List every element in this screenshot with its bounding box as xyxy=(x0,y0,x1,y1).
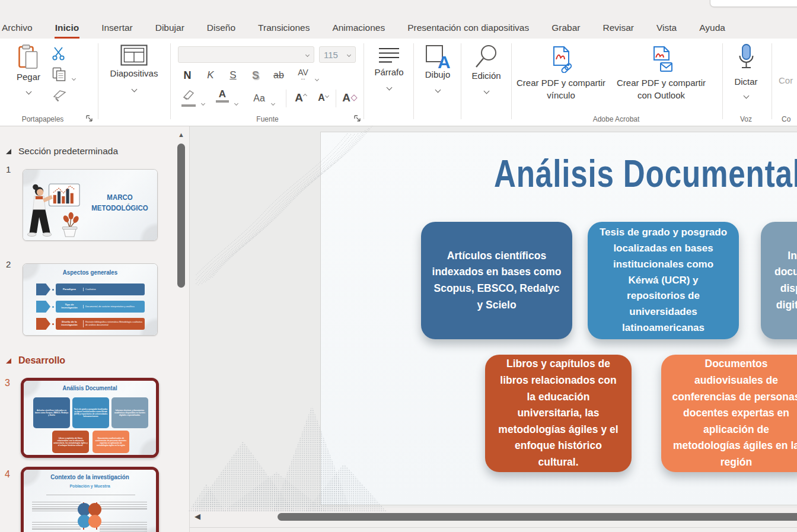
draw-button[interactable]: A Dibujo xyxy=(415,44,461,94)
change-case-button[interactable]: Aa xyxy=(249,91,269,106)
slides-dropdown-chevron[interactable] xyxy=(131,87,137,93)
create-pdf-link-button[interactable]: Crear PDF y compartir vínculo xyxy=(515,46,607,101)
font-size-chevron[interactable] xyxy=(347,52,351,56)
font-dialog-launcher[interactable] xyxy=(353,114,361,125)
dictate-button[interactable]: Dictar xyxy=(726,43,766,100)
tab-ayuda[interactable]: Ayuda xyxy=(699,23,726,39)
font-color-chevron[interactable] xyxy=(235,97,238,107)
slide-title[interactable]: Análisis Documental xyxy=(494,152,797,196)
decrease-font-size-button[interactable]: A xyxy=(313,90,333,106)
mini-box-4: Libros y capítulos de libros relacionado… xyxy=(52,431,89,453)
paragraph-button[interactable]: Párrafo xyxy=(365,47,413,92)
draw-chevron[interactable] xyxy=(435,87,441,93)
slide2-thumbnail[interactable]: Aspectos generales Paradigma Cualitativo… xyxy=(23,263,158,336)
pdf-envelope-icon xyxy=(649,65,674,75)
content-box-text: Libros y capítulos de libros relacionado… xyxy=(496,356,621,470)
content-box-articulos[interactable]: Artículos científicos indexados en bases… xyxy=(421,222,572,339)
slide2-row-paradigma: Paradigma Cualitativo xyxy=(36,283,145,295)
change-case-chevron[interactable] xyxy=(272,97,275,107)
slide-layout-icon xyxy=(120,58,148,68)
slide4-subtitle: Población y Muestra xyxy=(24,484,156,488)
sidebar-scrollbar-thumb[interactable] xyxy=(177,144,185,288)
svg-text:A: A xyxy=(438,52,450,69)
slide4-thumbnail[interactable]: Contexto de la investigación Población y… xyxy=(21,467,159,532)
tab-dibujar[interactable]: Dibujar xyxy=(155,23,185,39)
section-default-header[interactable]: Sección predeterminada xyxy=(6,146,118,157)
clipboard-dialog-launcher[interactable] xyxy=(85,114,93,125)
section-collapse-icon xyxy=(6,149,11,154)
tab-transiciones[interactable]: Transiciones xyxy=(257,23,310,39)
horizontal-scrollbar: ◀ xyxy=(190,508,797,532)
slide4-paragraph xyxy=(32,522,81,530)
content-box-informes[interactable]: Informes técnicos y documentos académico… xyxy=(761,222,797,339)
section-default-label: Sección predeterminada xyxy=(18,146,118,157)
eraser-icon xyxy=(350,94,357,101)
editing-button[interactable]: Edición xyxy=(462,44,511,95)
copy-dropdown-chevron[interactable] xyxy=(72,72,75,82)
paste-dropdown-chevron[interactable] xyxy=(25,89,31,95)
slide1-number: 1 xyxy=(6,164,11,174)
format-painter-icon xyxy=(52,94,66,104)
section-development-header[interactable]: Desarrollo xyxy=(6,355,65,366)
caret-down-icon xyxy=(325,93,329,97)
caret-up-icon xyxy=(303,93,307,97)
font-color-button[interactable]: A xyxy=(216,88,229,103)
paragraph-chevron[interactable] xyxy=(386,85,392,91)
font-name-chevron[interactable] xyxy=(305,52,310,56)
bold-button[interactable]: N xyxy=(178,67,197,84)
copy-icon xyxy=(52,74,66,84)
tab-diseno[interactable]: Diseño xyxy=(206,23,236,39)
clipboard-group-label: Portapapeles xyxy=(7,115,78,123)
slide3-title: Análisis Documental xyxy=(34,384,146,391)
paste-icon xyxy=(18,61,39,71)
paste-button[interactable]: Pegar xyxy=(11,44,46,96)
font-size-combobox[interactable]: 115 xyxy=(319,46,356,63)
scroll-left-arrow[interactable]: ◀ xyxy=(195,512,200,521)
dictate-chevron[interactable] xyxy=(743,93,749,99)
italic-button[interactable]: K xyxy=(202,67,219,84)
clear-formatting-button[interactable]: A xyxy=(339,90,359,106)
sidebar-scroll-up-arrow[interactable]: ▲ xyxy=(178,131,184,138)
acrobat-group-label: Adobe Acrobat xyxy=(581,115,652,123)
increase-font-size-button[interactable]: A xyxy=(291,90,311,106)
slide3-thumbnail-selected[interactable]: Análisis Documental Artículos científico… xyxy=(21,378,159,458)
search-box[interactable] xyxy=(710,0,797,7)
tab-insertar[interactable]: Insertar xyxy=(101,23,133,39)
editing-chevron[interactable] xyxy=(483,88,489,94)
slide2-row-diseno: Diseño de la investigación Revisión bibl… xyxy=(36,318,145,330)
slide1-thumbnail[interactable]: MARCO METODOLÓGICO xyxy=(23,169,158,241)
voice-group-label: Voz xyxy=(728,115,764,123)
slide2-number: 2 xyxy=(6,259,11,269)
font-name-combobox[interactable] xyxy=(178,46,314,63)
create-pdf-outlook-button[interactable]: Crear PDF y compartir con Outlook xyxy=(611,46,712,101)
highlight-chevron[interactable] xyxy=(202,97,205,107)
content-box-text: Tesis de grado y posgrado localizadas en… xyxy=(598,225,728,336)
clipped-disabled-button: Cor xyxy=(779,75,793,85)
slide2-row-tipo: Tipo de investigación Documental, de car… xyxy=(36,301,145,313)
slides-button[interactable]: Diapositivas xyxy=(106,44,162,94)
content-box-libros[interactable]: Libros y capítulos de libros relacionado… xyxy=(485,355,632,472)
spacing-chevron[interactable] xyxy=(315,72,318,83)
tab-animaciones[interactable]: Animaciones xyxy=(331,23,385,39)
underline-button[interactable]: S xyxy=(224,67,242,84)
copy-button[interactable] xyxy=(52,67,66,84)
content-box-documentos[interactable]: Documentos audiovisuales de conferencias… xyxy=(661,355,797,472)
content-box-text: Artículos científicos indexados en bases… xyxy=(432,248,562,314)
horizontal-scrollbar-thumb[interactable] xyxy=(278,513,797,521)
pdf-link-icon xyxy=(549,65,573,75)
highlight-button[interactable] xyxy=(181,90,198,107)
text-shadow-button[interactable]: S xyxy=(247,67,264,84)
tab-revisar[interactable]: Revisar xyxy=(602,23,635,39)
tab-grabar[interactable]: Grabar xyxy=(551,23,581,39)
cut-button[interactable] xyxy=(52,47,65,63)
strikethrough-button[interactable]: ab xyxy=(268,67,289,84)
tab-vista[interactable]: Vista xyxy=(656,23,677,39)
magnifier-icon xyxy=(474,61,498,71)
character-spacing-button[interactable]: AV ↔ xyxy=(293,65,313,85)
format-painter-button[interactable] xyxy=(52,90,66,105)
content-box-tesis[interactable]: Tesis de grado y posgrado localizadas en… xyxy=(588,222,739,339)
tab-presentacion[interactable]: Presentación con diapositivas xyxy=(407,23,530,39)
title-bar xyxy=(0,0,797,17)
tab-archivo[interactable]: Archivo xyxy=(1,23,33,39)
tab-inicio[interactable]: Inicio xyxy=(55,23,79,39)
